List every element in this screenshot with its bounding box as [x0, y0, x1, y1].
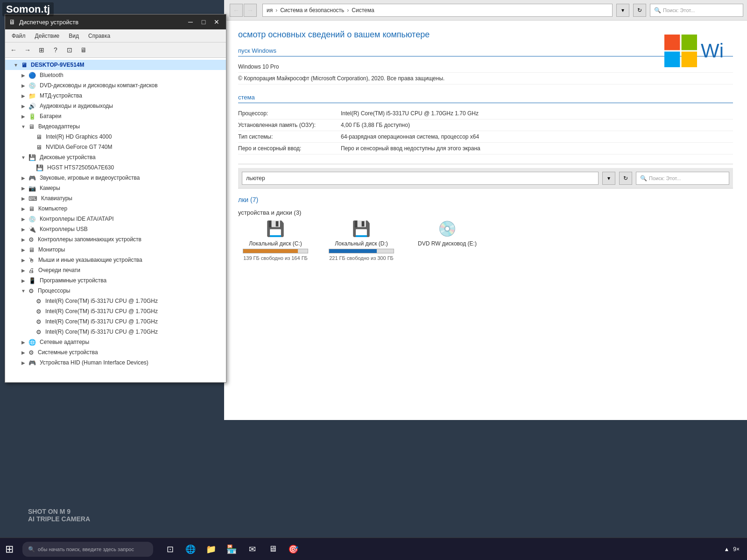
taskbar-icons: ⊡ 🌐 📁 🏪 ✉ 🖥 🎯: [161, 540, 303, 559]
tree-item[interactable]: ▶ 🔊 Аудиовходы и аудиовыходы: [5, 101, 226, 111]
tree-item[interactable]: ▶ 💿 DVD-дисководы и дисководы компакт-ди…: [5, 80, 226, 91]
system-rows: Процессор: Intel(R) Core(TM) i5-3317U CP…: [238, 108, 733, 154]
system-info-row: Установленная память (ОЗУ): 4,00 ГБ (3,8…: [238, 119, 733, 131]
forward-button[interactable]: →: [21, 44, 34, 56]
close-button[interactable]: ✕: [211, 17, 222, 27]
address-refresh-button[interactable]: ↻: [633, 4, 646, 17]
device-tree[interactable]: ▼ 🖥 DESKTOP-9VE514M ▶ 🔵 Bluetooth ▶ 💿 DV…: [5, 58, 226, 382]
drives-section: лки (7) устройства и диски (3) 💾 Локальн…: [238, 196, 733, 261]
tree-item[interactable]: ⚙ Intel(R) Core(TM) i5-3317U CPU @ 1.70G…: [5, 296, 226, 306]
tree-item[interactable]: ▶ 🖱 Мыши и иные указывающие устройства: [5, 255, 226, 265]
address-dropdown-button[interactable]: ▾: [616, 4, 629, 17]
drive-icon: 💾: [266, 220, 285, 238]
menu-view[interactable]: Вид: [64, 31, 84, 41]
mail-button[interactable]: ✉: [243, 540, 261, 559]
system-content: Wi осмотр основных сведений о вашем комп…: [224, 21, 747, 420]
address-bar: ← → ия › Система и безопасность › Систем…: [224, 0, 747, 21]
tree-item[interactable]: ▶ 🖥 Компьютер: [5, 203, 226, 214]
drive-label: Локальный диск (D:): [335, 240, 388, 247]
store-button[interactable]: 🏪: [222, 540, 241, 559]
somon-logo: Somon.tj: [2, 2, 54, 16]
tree-item[interactable]: ▶ 🖥 Мониторы: [5, 245, 226, 255]
tree-item[interactable]: ▶ ⚙ Контроллеры запоминающих устройств: [5, 234, 226, 245]
tree-item[interactable]: ▶ 📱 Программные устройства: [5, 275, 226, 286]
tree-item[interactable]: ▶ 🔵 Bluetooth: [5, 70, 226, 80]
taskbar-system-tray: ▲: [724, 546, 729, 553]
row-value: 64-разрядная операционная система, проце…: [341, 133, 479, 140]
tree-item[interactable]: ▼ ⚙ Процессоры: [5, 286, 226, 296]
toolbar-btn1[interactable]: ⊞: [35, 44, 48, 56]
files-refresh-button[interactable]: ↻: [619, 172, 632, 185]
files-dropdown-button[interactable]: ▾: [602, 172, 615, 185]
files-search-placeholder: Поиск: Этот...: [649, 175, 681, 181]
tree-item[interactable]: ▶ ⚙ Системные устройства: [5, 347, 226, 357]
minimize-button[interactable]: ─: [185, 17, 196, 27]
tree-item[interactable]: ▶ 🔋 Батареи: [5, 111, 226, 121]
toolbar-btn3[interactable]: ⊡: [63, 44, 76, 56]
path-sep2: ›: [347, 7, 349, 14]
task-view-button[interactable]: ⊡: [161, 540, 179, 559]
drive-item[interactable]: 💾 Локальный диск (C:) 139 ГБ свободно из…: [238, 220, 313, 261]
row-label: Процессор:: [238, 110, 341, 117]
windows-copyright-row: © Корпорация Майкрософт (Microsoft Corpo…: [238, 73, 733, 84]
drive-item[interactable]: 💿 DVD RW дисковод (E:): [410, 220, 485, 261]
menu-file[interactable]: Файл: [7, 31, 30, 41]
game-button[interactable]: 🎯: [284, 540, 303, 559]
tree-item[interactable]: ▶ 🎮 Звуковые, игровые и видеоустройства: [5, 173, 226, 183]
path-segment2: Система и безопасность: [280, 7, 344, 14]
tree-item[interactable]: ▶ 🌐 Сетевые адаптеры: [5, 337, 226, 347]
watermark-line2: AI TRIPLE CAMERA: [28, 515, 90, 523]
maximize-button[interactable]: □: [198, 17, 209, 27]
address-path[interactable]: ия › Система и безопасность › Система: [262, 4, 613, 17]
tree-item[interactable]: 💾 HGST HTS725050A7E630: [5, 162, 226, 173]
edge-button[interactable]: 🌐: [181, 540, 200, 559]
nav-back-button[interactable]: ←: [230, 4, 243, 17]
back-button[interactable]: ←: [7, 44, 20, 56]
main-title: осмотр основных сведений о вашем компьют…: [238, 30, 733, 40]
search-icon: 🔍: [654, 7, 661, 14]
windows-text: Wi: [701, 40, 724, 62]
tree-item[interactable]: ⚙ Intel(R) Core(TM) i5-3317U CPU @ 1.70G…: [5, 316, 226, 327]
tree-item[interactable]: ▶ 💿 Контроллеры IDE ATA/ATAPI: [5, 214, 226, 224]
tree-item[interactable]: 🖥 Intel(R) HD Graphics 4000: [5, 132, 226, 142]
tree-item[interactable]: ▶ 📷 Камеры: [5, 183, 226, 193]
files-path-text: льютер: [246, 175, 265, 182]
files-search-box[interactable]: 🔍 Поиск: Этот...: [636, 172, 729, 185]
explorer-button[interactable]: 📁: [202, 540, 220, 559]
drive-label: DVD RW дисковод (E:): [418, 240, 477, 247]
taskbar-right: ▲ 9×: [724, 546, 747, 553]
menu-action[interactable]: Действие: [30, 31, 64, 41]
tree-item[interactable]: ▶ 🎮 Устройства HID (Human Interface Devi…: [5, 357, 226, 368]
tree-item[interactable]: ▼ 🖥 DESKTOP-9VE514M: [5, 60, 226, 70]
tree-item[interactable]: ▼ 💾 Дисковые устройства: [5, 152, 226, 162]
tree-item[interactable]: ▶ 📁 МТД-устройства: [5, 91, 226, 101]
toolbar: ← → ⊞ ? ⊡ 🖥: [5, 42, 226, 58]
drive-label: Локальный диск (C:): [249, 240, 302, 247]
files-path[interactable]: льютер: [242, 172, 599, 185]
tree-item[interactable]: ⚙ Intel(R) Core(TM) i5-3317U CPU @ 1.70G…: [5, 306, 226, 316]
nav-buttons: ← →: [228, 4, 259, 17]
tree-item[interactable]: ⚙ Intel(R) Core(TM) i5-3317U CPU @ 1.70G…: [5, 327, 226, 337]
tree-item[interactable]: ▶ ⌨ Клавиатуры: [5, 193, 226, 203]
taskbar-search[interactable]: 🔍 обы начать поиск, введите здесь запрос: [22, 542, 153, 557]
drive-item[interactable]: 💾 Локальный диск (D:) 221 ГБ свободно из…: [324, 220, 399, 261]
tree-item[interactable]: ▶ 🔌 Контроллеры USB: [5, 224, 226, 234]
windows-section: пуск Windows Windows 10 Pro © Корпорация…: [238, 47, 733, 84]
titlebar-buttons: ─ □ ✕: [185, 17, 222, 27]
tree-item[interactable]: ▶ 🖨 Очереди печати: [5, 265, 226, 275]
tree-item[interactable]: ▼ 🖥 Видеоадаптеры: [5, 121, 226, 132]
search-placeholder: Поиск: Этот...: [663, 7, 695, 13]
system-info-section: Wi осмотр основных сведений о вашем комп…: [238, 30, 733, 154]
watermark: SHOT ON M 9 AI TRIPLE CAMERA: [28, 508, 90, 523]
tree-item[interactable]: 🖥 NVIDIA GeForce GT 740M: [5, 142, 226, 152]
nav-forward-button[interactable]: →: [244, 4, 257, 17]
drives-title: лки (7): [238, 196, 733, 203]
watermark-line1: SHOT ON M 9: [28, 508, 90, 515]
toolbar-btn4[interactable]: 🖥: [77, 44, 90, 56]
monitor-button[interactable]: 🖥: [263, 540, 282, 559]
titlebar-title: Диспетчер устройств: [19, 19, 181, 26]
menu-help[interactable]: Справка: [84, 31, 115, 41]
search-box[interactable]: 🔍 Поиск: Этот...: [650, 4, 743, 17]
toolbar-btn2[interactable]: ?: [49, 44, 62, 56]
start-button[interactable]: ⊞: [0, 540, 19, 559]
